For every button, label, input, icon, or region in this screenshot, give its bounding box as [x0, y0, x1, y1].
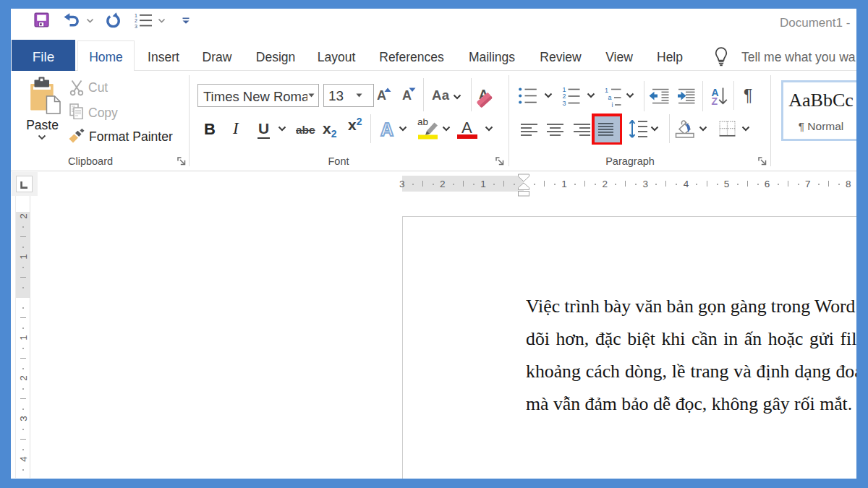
svg-text:2: 2: [563, 93, 566, 100]
svg-text:1: 1: [563, 86, 566, 93]
svg-text:1: 1: [605, 87, 608, 94]
svg-text:1: 1: [135, 13, 137, 18]
svg-text:i: i: [612, 101, 613, 108]
svg-text:3: 3: [135, 24, 137, 29]
svg-text:3: 3: [563, 100, 566, 107]
svg-text:Z: Z: [712, 95, 718, 107]
svg-text:A: A: [380, 119, 393, 139]
svg-text:ab: ab: [417, 116, 428, 127]
svg-text:2: 2: [135, 18, 137, 23]
svg-text:a: a: [608, 94, 612, 101]
